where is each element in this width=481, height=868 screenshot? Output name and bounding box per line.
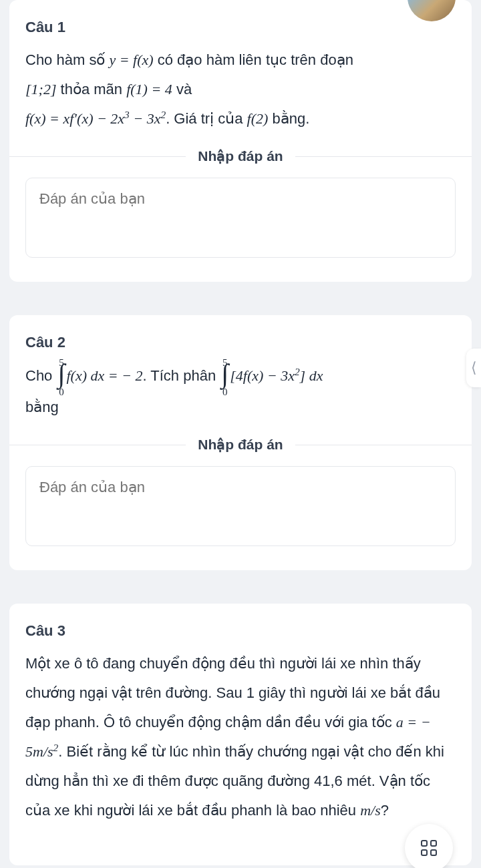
answer-divider: Nhập đáp án: [9, 437, 472, 453]
math-expr: f(2): [247, 110, 269, 127]
question-title: Câu 3: [25, 622, 456, 640]
question-card-3: Câu 3 Một xe ô tô đang chuyển động đều t…: [9, 604, 472, 865]
text: thỏa mãn: [56, 81, 126, 97]
math-expr: y = f(x): [110, 51, 154, 68]
text: . Tích phân: [142, 367, 220, 384]
text: bằng: [25, 399, 59, 415]
question-title: Câu 2: [25, 334, 456, 351]
integral-icon: 5∫0: [57, 361, 65, 393]
text: Một xe ô tô đang chuyển động đều thì ngư…: [25, 655, 440, 730]
grid-icon: [421, 840, 437, 856]
math-expr: [1;2]: [25, 81, 56, 97]
answer-divider: Nhập đáp án: [9, 148, 472, 164]
math-expr: m/s: [360, 802, 381, 819]
divider-label: Nhập đáp án: [186, 437, 295, 453]
question-body: Cho hàm số y = f(x) có đạo hàm liên tục …: [25, 45, 456, 134]
side-expand-tab[interactable]: ⟨: [466, 349, 481, 387]
answer-input[interactable]: [25, 466, 456, 546]
answer-input[interactable]: [25, 178, 456, 258]
math-expr: f(x) dx = − 2: [66, 367, 142, 384]
question-title: Câu 1: [25, 19, 456, 36]
text: và: [172, 81, 192, 97]
chevron-left-icon: ⟨: [471, 359, 477, 377]
text: Cho hàm số: [25, 51, 110, 68]
text: ?: [381, 802, 389, 819]
question-body: Cho 5∫0f(x) dx = − 2. Tích phân 5∫0[4f(x…: [25, 361, 456, 422]
math-expr: [4f(x) − 3x2] dx: [230, 367, 323, 384]
question-body: Một xe ô tô đang chuyển động đều thì ngư…: [25, 649, 456, 825]
text: bằng.: [268, 110, 309, 127]
integral-icon: 5∫0: [221, 361, 228, 393]
math-expr: f(1) = 4: [126, 81, 172, 97]
grid-menu-button[interactable]: [405, 824, 453, 865]
question-card-1: Câu 1 Cho hàm số y = f(x) có đạo hàm liê…: [9, 0, 472, 282]
text: có đạo hàm liên tục trên đoạn: [154, 51, 353, 68]
divider-label: Nhập đáp án: [186, 148, 295, 164]
text: . Giá trị của: [166, 110, 247, 127]
text: Cho: [25, 367, 56, 384]
math-expr: f(x) = xf′(x) − 2x3 − 3x2: [25, 110, 166, 127]
question-card-2: Câu 2 Cho 5∫0f(x) dx = − 2. Tích phân 5∫…: [9, 315, 472, 570]
